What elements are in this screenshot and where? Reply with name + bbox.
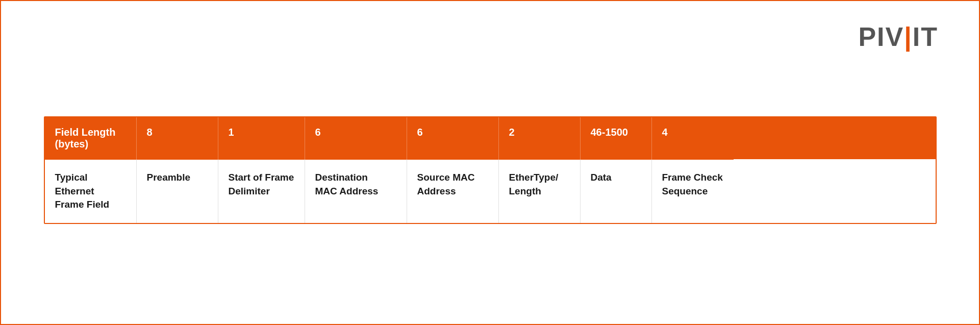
cell-dst-mac: DestinationMAC Address (305, 159, 407, 223)
header-dst-mac-bytes: 6 (305, 117, 407, 159)
cell-sfd: Start of FrameDelimiter (218, 159, 305, 223)
header-field-label: Field Length(bytes) (45, 117, 137, 159)
header-src-mac-bytes: 6 (407, 117, 499, 159)
cell-data: Data (581, 159, 652, 223)
header-fcs-bytes: 4 (652, 117, 734, 159)
cell-src-mac: Source MACAddress (407, 159, 499, 223)
cell-preamble: Preamble (137, 159, 218, 223)
table-body: TypicalEthernetFrame Field Preamble Star… (45, 159, 936, 223)
table-header: Field Length(bytes) 8 1 6 6 2 46-1500 4 (45, 117, 936, 159)
ethernet-frame-table: Field Length(bytes) 8 1 6 6 2 46-1500 4 … (44, 116, 937, 224)
cell-fcs: Frame CheckSequence (652, 159, 734, 223)
page-container: PIV|IT Field Length(bytes) 8 1 6 6 2 46-… (0, 0, 980, 325)
cell-ethertype: EtherType/Length (499, 159, 581, 223)
header-sfd-bytes: 1 (218, 117, 305, 159)
header-preamble-bytes: 8 (137, 117, 218, 159)
header-data-bytes: 46-1500 (581, 117, 652, 159)
header-ethertype-bytes: 2 (499, 117, 581, 159)
logo-accent: | (904, 22, 913, 52)
logo: PIV|IT (858, 21, 938, 52)
cell-field-name: TypicalEthernetFrame Field (45, 159, 137, 223)
